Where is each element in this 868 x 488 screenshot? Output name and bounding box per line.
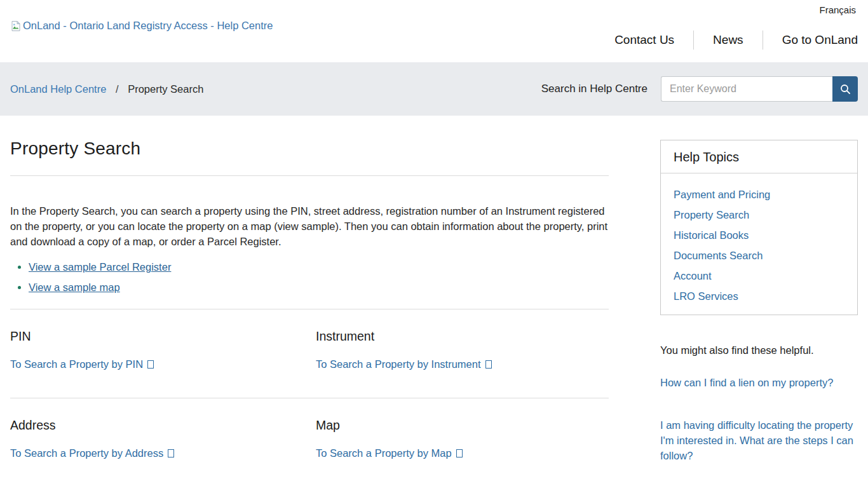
topic-payment-and-pricing[interactable]: Payment and Pricing — [674, 189, 844, 200]
section-address: Address To Search a Property by Address — [10, 418, 316, 459]
view-sample-map-link[interactable]: View a sample map — [29, 281, 120, 293]
logo-alt-text: OnLand - Ontario Land Registry Access - … — [23, 20, 273, 32]
content-area: Property Search In the Property Search, … — [0, 116, 868, 488]
site-logo-link[interactable]: OnLand - Ontario Land Registry Access - … — [10, 20, 273, 32]
breadcrumb-home-link[interactable]: OnLand Help Centre — [10, 83, 106, 95]
section-heading: PIN — [10, 329, 316, 344]
missing-glyph-box-icon — [485, 360, 492, 369]
main-column: Property Search In the Property Search, … — [10, 116, 609, 488]
topic-account[interactable]: Account — [674, 270, 844, 281]
help-topics-list: Payment and Pricing Property Search Hist… — [661, 173, 857, 315]
section-heading: Map — [316, 418, 609, 433]
section-heading: Address — [10, 418, 316, 433]
list-item: View a sample Parcel Register — [29, 261, 609, 273]
search-button[interactable] — [832, 76, 858, 102]
helpful-section: You might also find these helpful. How c… — [660, 344, 858, 488]
helpful-link-locating-property[interactable]: I am having difficulty locating the prop… — [660, 417, 858, 463]
missing-glyph-box-icon — [168, 449, 174, 458]
breadcrumb-bar: OnLand Help Centre / Property Search Sea… — [0, 62, 868, 116]
search-by-address-link[interactable]: To Search a Property by Address — [10, 447, 174, 459]
intro-paragraph: In the Property Search, you can search a… — [10, 203, 609, 249]
missing-glyph-box-icon — [147, 360, 154, 369]
topic-property-search[interactable]: Property Search — [674, 209, 844, 220]
section-row-pin-instrument: PIN To Search a Property by PIN Instrume… — [10, 329, 609, 370]
nav-go-to-onland[interactable]: Go to OnLand — [763, 30, 858, 50]
divider — [10, 398, 609, 398]
header-nav: Contact Us News Go to OnLand — [614, 30, 858, 50]
section-row-address-map: Address To Search a Property by Address … — [10, 418, 609, 459]
missing-glyph-box-icon — [456, 449, 463, 458]
search-by-pin-link[interactable]: To Search a Property by PIN — [10, 358, 154, 370]
breadcrumb-separator: / — [116, 83, 119, 95]
breadcrumb-current-page: Property Search — [128, 83, 203, 95]
search-by-map-link[interactable]: To Search a Property by Map — [316, 447, 463, 459]
divider — [10, 175, 609, 176]
section-pin: PIN To Search a Property by PIN — [10, 329, 316, 370]
view-sample-parcel-register-link[interactable]: View a sample Parcel Register — [29, 261, 171, 273]
page-title: Property Search — [10, 139, 609, 159]
section-instrument: Instrument To Search a Property by Instr… — [316, 329, 609, 370]
sidebar: Help Topics Payment and Pricing Property… — [660, 116, 858, 488]
nav-news[interactable]: News — [693, 30, 763, 50]
language-toggle-link[interactable]: Français — [819, 4, 856, 15]
broken-image-icon — [10, 20, 22, 32]
topic-lro-services[interactable]: LRO Services — [674, 290, 844, 302]
sample-links-list: View a sample Parcel Register View a sam… — [10, 261, 609, 294]
topic-historical-books[interactable]: Historical Books — [674, 229, 844, 241]
section-heading: Instrument — [316, 329, 609, 344]
divider — [10, 309, 609, 309]
helpful-intro-text: You might also find these helpful. — [660, 344, 858, 356]
help-topics-box: Help Topics Payment and Pricing Property… — [660, 140, 858, 315]
help-topics-title: Help Topics — [661, 140, 857, 173]
breadcrumb: OnLand Help Centre / Property Search — [10, 83, 203, 95]
nav-contact-us[interactable]: Contact Us — [614, 30, 693, 50]
search-icon — [839, 83, 851, 95]
topic-documents-search[interactable]: Documents Search — [674, 250, 844, 261]
search-label: Search in Help Centre — [541, 83, 648, 95]
page-header: Français OnLand - Ontario Land Registry … — [0, 0, 868, 62]
search-by-instrument-link[interactable]: To Search a Property by Instrument — [316, 358, 492, 370]
search-input[interactable] — [661, 76, 832, 102]
list-item: View a sample map — [29, 281, 609, 294]
helpful-link-lien[interactable]: How can I find a lien on my property? — [660, 375, 858, 390]
help-search-group: Search in Help Centre — [541, 76, 858, 102]
section-map: Map To Search a Property by Map — [316, 418, 609, 459]
